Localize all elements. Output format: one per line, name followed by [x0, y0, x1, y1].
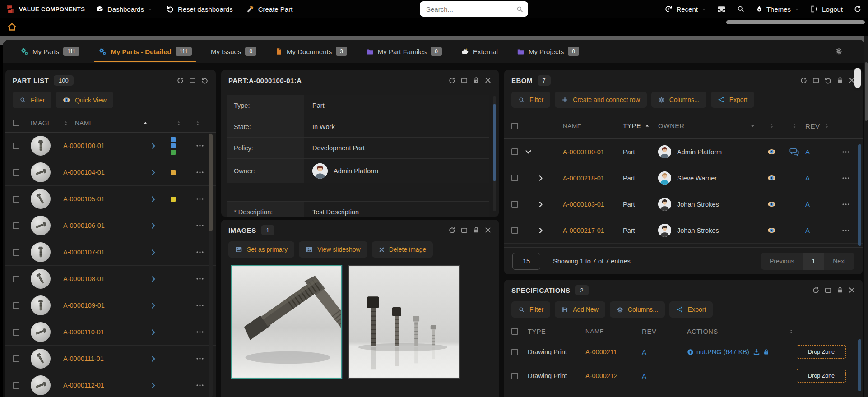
row-menu-icon[interactable]: [196, 381, 204, 389]
part-link[interactable]: A-0000111-01: [63, 355, 104, 362]
sort-icon[interactable]: [577, 329, 585, 334]
sort-icon[interactable]: [769, 123, 775, 129]
chevron-right-icon[interactable]: [150, 276, 157, 282]
row-checkbox[interactable]: [511, 227, 518, 234]
chevron-right-icon[interactable]: [150, 169, 157, 176]
select-all-checkbox[interactable]: [511, 123, 518, 129]
eye-icon[interactable]: [767, 226, 776, 235]
tab-my-projects[interactable]: My Projects 0: [507, 40, 589, 63]
previous-page-button[interactable]: Previous: [761, 253, 803, 270]
lock-icon[interactable]: [836, 286, 844, 294]
select-all-checkbox[interactable]: [511, 328, 518, 335]
row-menu-icon[interactable]: [196, 248, 204, 256]
part-link[interactable]: A-0000104-01: [63, 169, 105, 176]
part-thumbnail[interactable]: [31, 162, 51, 182]
scrollbar-thumb[interactable]: [209, 134, 213, 231]
row-menu-icon[interactable]: [842, 200, 850, 208]
chat-icon[interactable]: [789, 147, 799, 157]
expand-chevron-right-icon[interactable]: [538, 227, 544, 234]
part-thumbnail[interactable]: [31, 295, 51, 315]
maximize-icon[interactable]: [460, 226, 468, 234]
sort-icon[interactable]: [195, 120, 200, 126]
row-checkbox[interactable]: [511, 175, 518, 181]
row-menu-icon[interactable]: [196, 168, 204, 176]
scrollbar-thumb[interactable]: [493, 104, 496, 181]
drop-zone[interactable]: Drop Zone: [797, 369, 846, 383]
dashboard-settings-gear-icon[interactable]: [835, 47, 843, 55]
drop-zone[interactable]: Drop Zone: [797, 345, 846, 359]
filter-button[interactable]: Filter: [511, 301, 550, 318]
part-thumbnail[interactable]: [31, 216, 51, 235]
refresh-icon[interactable]: [448, 226, 456, 234]
row-checkbox[interactable]: [511, 201, 518, 208]
row-checkbox[interactable]: [13, 222, 19, 229]
part-link[interactable]: A-0000106-01: [63, 222, 105, 229]
part-thumbnail[interactable]: [31, 349, 51, 369]
row-checkbox[interactable]: [13, 143, 19, 149]
tab-external[interactable]: External: [451, 40, 507, 63]
row-menu-icon[interactable]: [196, 142, 204, 150]
row-checkbox[interactable]: [511, 349, 518, 355]
tab-my-parts-detailed[interactable]: My Parts - Detailed 111: [89, 40, 201, 63]
row-menu-icon[interactable]: [842, 226, 850, 235]
part-link[interactable]: A-0000105-01: [63, 195, 105, 203]
chevron-right-icon[interactable]: [150, 329, 157, 336]
close-icon[interactable]: [484, 77, 492, 84]
row-menu-icon[interactable]: [196, 222, 204, 230]
row-menu-icon[interactable]: [842, 148, 850, 156]
search-icon[interactable]: [737, 5, 745, 13]
part-thumbnail[interactable]: [31, 136, 51, 156]
search-input[interactable]: [426, 5, 516, 13]
chevron-right-icon[interactable]: [150, 196, 157, 203]
view-slideshow-button[interactable]: View slideshow: [299, 241, 367, 258]
reset-dashboards-button[interactable]: Reset dashboards: [166, 5, 233, 13]
sort-icon[interactable]: [679, 329, 687, 334]
part-link[interactable]: A-0000217-01: [563, 227, 604, 234]
part-link[interactable]: A-0000218-01: [563, 175, 604, 182]
download-icon[interactable]: [753, 348, 760, 355]
themes-menu[interactable]: Themes: [756, 5, 799, 13]
export-button[interactable]: Export: [669, 301, 713, 318]
columns-button[interactable]: Columns...: [651, 92, 706, 108]
part-link[interactable]: A-0000103-01: [563, 201, 604, 208]
row-checkbox[interactable]: [13, 355, 19, 362]
add-file-circle-plus-icon[interactable]: [687, 349, 694, 355]
quick-view-button[interactable]: Quick View: [56, 92, 113, 108]
filter-button[interactable]: Filter: [13, 92, 51, 108]
sync-icon[interactable]: [854, 5, 862, 13]
chevron-right-icon[interactable]: [150, 222, 157, 229]
chevron-right-icon[interactable]: [150, 249, 157, 256]
lock-icon[interactable]: [763, 349, 770, 355]
select-all-checkbox[interactable]: [13, 120, 19, 126]
search-icon[interactable]: [516, 5, 524, 13]
part-link[interactable]: A-0000100-01: [563, 148, 604, 156]
row-checkbox[interactable]: [511, 148, 518, 155]
page-number-button[interactable]: 1: [803, 253, 824, 270]
sort-icon[interactable]: [176, 120, 181, 126]
part-thumbnail[interactable]: [31, 242, 51, 262]
part-link[interactable]: A-0000107-01: [63, 249, 105, 256]
spec-link[interactable]: A-0000211: [585, 348, 617, 355]
expand-chevron-right-icon[interactable]: [538, 201, 544, 208]
chevron-right-icon[interactable]: [150, 143, 157, 149]
chevron-right-icon[interactable]: [150, 382, 157, 389]
sort-asc-icon[interactable]: [645, 123, 650, 129]
tab-my-part-familes[interactable]: My Part Familes 0: [357, 40, 451, 63]
columns-button[interactable]: Columns...: [610, 301, 665, 318]
page-size-select[interactable]: 15: [512, 253, 540, 270]
tab-my-issues[interactable]: My Issues 0: [201, 40, 266, 63]
eye-icon[interactable]: [767, 200, 776, 208]
close-icon[interactable]: [848, 286, 855, 294]
part-thumbnail[interactable]: [31, 269, 51, 289]
refresh-icon[interactable]: [812, 286, 820, 294]
row-menu-icon[interactable]: [196, 328, 204, 336]
lock-icon[interactable]: [836, 77, 844, 84]
filter-caret-icon[interactable]: [750, 123, 756, 129]
part-thumbnail[interactable]: [31, 375, 51, 395]
sort-icon[interactable]: [615, 123, 623, 129]
row-checkbox[interactable]: [13, 302, 19, 309]
sort-asc-icon[interactable]: [143, 120, 148, 126]
row-checkbox[interactable]: [13, 169, 19, 176]
dashboards-menu[interactable]: Dashboards: [96, 5, 153, 13]
chevron-right-icon[interactable]: [150, 355, 157, 362]
